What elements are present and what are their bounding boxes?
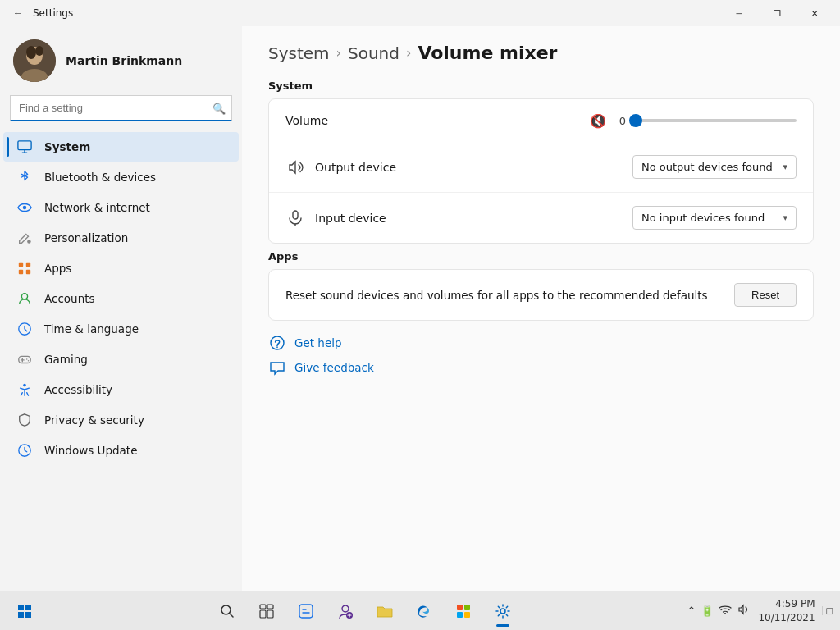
give-feedback-link[interactable]: Give feedback [268, 358, 814, 377]
svg-point-7 [27, 240, 31, 244]
user-section: Martin Brinkmann [0, 30, 242, 95]
paint-icon [16, 230, 33, 246]
app-body: Martin Brinkmann 🔍 System [0, 26, 840, 591]
sidebar-item-gaming[interactable]: Gaming [3, 345, 239, 374]
get-help-label: Get help [294, 336, 342, 349]
sidebar-item-accounts[interactable]: Accounts [3, 284, 239, 313]
slider-track [632, 119, 797, 122]
svg-rect-36 [457, 612, 463, 618]
taskbar-store[interactable] [445, 593, 482, 629]
start-button[interactable] [7, 593, 43, 629]
give-feedback-icon [268, 358, 286, 377]
titlebar: ← Settings ─ ❐ ✕ [0, 0, 840, 26]
svg-point-17 [23, 384, 26, 387]
svg-point-39 [724, 613, 726, 614]
taskbar-clock[interactable]: 4:59 PM 10/11/2021 [758, 597, 815, 625]
reset-text: Reset sound devices and volumes for all … [285, 289, 721, 302]
input-dropdown-chevron: ▾ [783, 212, 788, 223]
get-help-link[interactable]: Get help [268, 334, 814, 352]
taskbar-chat[interactable] [327, 593, 363, 629]
search-icon: 🔍 [212, 103, 226, 115]
back-button[interactable]: ← [7, 2, 30, 25]
svg-point-16 [28, 360, 29, 361]
maximize-button[interactable]: ❐ [758, 0, 796, 26]
sidebar-item-system[interactable]: System [3, 132, 239, 162]
svg-rect-22 [18, 605, 24, 610]
sidebar-item-bluetooth[interactable]: Bluetooth & devices [3, 162, 239, 192]
svg-rect-23 [25, 605, 31, 610]
show-desktop-btn[interactable]: □ [822, 606, 833, 615]
bluetooth-icon [16, 169, 33, 185]
tray-volume[interactable] [737, 604, 750, 618]
clock-date: 10/11/2021 [758, 611, 815, 625]
svg-rect-9 [26, 262, 30, 267]
output-device-value: No output devices found [641, 161, 773, 173]
apps-icon [16, 260, 33, 276]
input-device-dropdown[interactable]: No input devices found ▾ [632, 206, 797, 230]
sidebar-item-personalization[interactable]: Personalization [3, 223, 239, 253]
slider-thumb[interactable] [629, 114, 642, 127]
volume-label: Volume [285, 114, 580, 127]
tray-network[interactable] [719, 605, 732, 617]
minimize-button[interactable]: ─ [720, 0, 758, 26]
network-icon [16, 199, 33, 216]
system-tray-icons: ⌃ 🔋 [687, 604, 750, 618]
close-button[interactable]: ✕ [796, 0, 833, 26]
breadcrumb-sound[interactable]: Sound [348, 43, 399, 63]
reset-row: Reset sound devices and volumes for all … [269, 270, 813, 320]
taskbar-search[interactable] [209, 593, 245, 629]
output-device-dropdown[interactable]: No output devices found ▾ [632, 155, 797, 179]
sidebar-item-network[interactable]: Network & internet [3, 193, 239, 222]
sidebar-item-privacy[interactable]: Privacy & security [3, 405, 239, 435]
accessibility-icon [16, 381, 33, 398]
svg-rect-25 [25, 612, 31, 618]
system-card: Volume 🔇 0 [268, 98, 814, 244]
search-input[interactable] [10, 95, 232, 121]
sidebar-item-update[interactable]: Windows Update [3, 436, 239, 465]
breadcrumb-sep-2: › [406, 45, 411, 61]
taskbar-explorer[interactable] [367, 593, 403, 629]
breadcrumb-current: Volume mixer [418, 43, 557, 63]
taskbar-taskview[interactable] [249, 593, 285, 629]
help-links: Get help Give feedback [268, 334, 814, 377]
taskbar-edge[interactable] [406, 593, 442, 629]
avatar[interactable] [13, 39, 56, 82]
sidebar-item-accessibility[interactable]: Accessibility [3, 375, 239, 404]
tray-chevron[interactable]: ⌃ [687, 605, 696, 617]
input-device-value: No input devices found [641, 212, 765, 224]
microphone-icon [285, 208, 305, 228]
svg-point-21 [276, 347, 278, 349]
sidebar-item-apps[interactable]: Apps [3, 253, 239, 283]
breadcrumb-sep-1: › [336, 45, 341, 61]
svg-rect-30 [267, 610, 273, 618]
volume-value: 0 [613, 115, 626, 127]
sidebar: Martin Brinkmann 🔍 System [0, 26, 242, 591]
monitor-icon [16, 139, 33, 155]
sidebar-item-time[interactable]: Time & language [3, 314, 239, 344]
reset-button[interactable]: Reset [734, 283, 797, 307]
svg-rect-10 [19, 270, 23, 274]
svg-point-26 [221, 605, 231, 614]
get-help-icon [268, 334, 286, 352]
taskbar: ⌃ 🔋 4:59 PM 10/11/2021 □ [0, 591, 840, 630]
output-dropdown-chevron: ▾ [783, 162, 788, 172]
svg-point-38 [500, 609, 505, 614]
sidebar-label-gaming: Gaming [44, 353, 88, 366]
output-device-label: Output device [315, 161, 632, 174]
svg-rect-28 [267, 605, 273, 609]
mute-icon[interactable]: 🔇 [590, 113, 606, 129]
svg-point-4 [35, 46, 43, 56]
account-icon [16, 290, 33, 307]
svg-rect-24 [18, 612, 24, 618]
svg-rect-35 [464, 605, 470, 610]
taskbar-settings[interactable] [485, 593, 521, 629]
svg-rect-31 [299, 605, 313, 618]
svg-point-15 [26, 358, 27, 359]
breadcrumb-system[interactable]: System [268, 43, 330, 63]
sidebar-label-privacy: Privacy & security [44, 413, 144, 427]
tray-battery: 🔋 [701, 605, 714, 617]
volume-slider-container[interactable] [632, 112, 797, 129]
taskbar-widgets[interactable] [288, 593, 324, 629]
search-box: 🔍 [10, 95, 232, 121]
taskbar-apps [43, 593, 687, 629]
